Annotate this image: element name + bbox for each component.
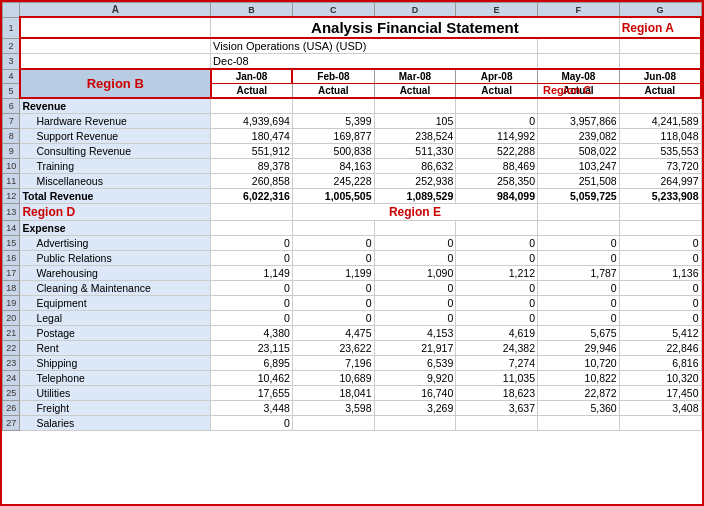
table-row: 20 Legal 0 0 0 0 0 0: [3, 311, 702, 326]
table-row: 10 Training 89,378 84,163 86,632 88,469 …: [3, 159, 702, 174]
expense-label: Expense: [20, 221, 211, 236]
month-may-label: May-08: [537, 69, 619, 84]
total-revenue-row: 12 Total Revenue 6,022,316 1,005,505 1,0…: [3, 189, 702, 204]
rent-label: Rent: [20, 341, 211, 356]
table-row: 19 Equipment 0 0 0 0 0 0: [3, 296, 702, 311]
region-d-label: Region D: [22, 205, 75, 219]
title-end: Region A: [619, 17, 701, 38]
table-row: 8 Support Revenue 180,474 169,877 238,52…: [3, 129, 702, 144]
col-header-f: F: [537, 3, 619, 18]
public-relations-label: Public Relations: [20, 251, 211, 266]
region-b-label: Region B: [20, 69, 211, 98]
table-row: 26 Freight 3,448 3,598 3,269 3,637 5,360…: [3, 401, 702, 416]
hw-mar: 105: [374, 114, 456, 129]
freight-label: Freight: [20, 401, 211, 416]
telephone-label: Telephone: [20, 371, 211, 386]
month-jun-label: Jun-08: [619, 69, 701, 84]
table-row: 9 Consulting Revenue 551,912 500,838 511…: [3, 144, 702, 159]
subtitle1-cell: Vision Operations (USA) (USD): [211, 38, 538, 54]
hw-may: 3,957,866: [537, 114, 619, 129]
actual-apr: Actual: [456, 84, 538, 99]
table-row: 24 Telephone 10,462 10,689 9,920 11,035 …: [3, 371, 702, 386]
salaries-label: Salaries: [20, 416, 211, 431]
table-row: 15 Advertising 0 0 0 0 0 0: [3, 236, 702, 251]
date-row: 3 Dec-08: [3, 54, 702, 70]
subtitle2-cell: Dec-08: [211, 54, 538, 70]
warehousing-label: Warehousing: [20, 266, 211, 281]
table-row: 21 Postage 4,380 4,475 4,153 4,619 5,675…: [3, 326, 702, 341]
col-header-d: D: [374, 3, 456, 18]
revenue-section-row: 6 Revenue: [3, 98, 702, 114]
main-container: A B C D E F G 1 Analysis Financial State…: [0, 0, 704, 506]
actual-jan: Actual: [211, 84, 293, 99]
utilities-label: Utilities: [20, 386, 211, 401]
table-row: 25 Utilities 17,655 18,041 16,740 18,623…: [3, 386, 702, 401]
month-feb-label: Feb-08: [292, 69, 374, 84]
col-header-c: C: [292, 3, 374, 18]
region-a-label: Region A: [622, 21, 674, 35]
hw-apr: 0: [456, 114, 538, 129]
table-row: 11 Miscellaneous 260,858 245,228 252,938…: [3, 174, 702, 189]
hw-feb: 5,399: [292, 114, 374, 129]
subtitle-spacer: [20, 38, 211, 54]
row-num-2: 2: [3, 38, 20, 54]
actual-jun: Actual: [619, 84, 701, 99]
table-row: 17 Warehousing 1,149 1,199 1,090 1,212 1…: [3, 266, 702, 281]
table-row: 27 Salaries 0: [3, 416, 702, 431]
table-row: 22 Rent 23,115 23,622 21,917 24,382 29,9…: [3, 341, 702, 356]
row-num-6: 6: [3, 98, 20, 114]
col-header-a: A: [20, 3, 211, 18]
postage-label: Postage: [20, 326, 211, 341]
hw-jan: 4,939,694: [211, 114, 293, 129]
equipment-label: Equipment: [20, 296, 211, 311]
shipping-label: Shipping: [20, 356, 211, 371]
col-header-b: B: [211, 3, 293, 18]
col-header-row: A B C D E F G: [3, 3, 702, 18]
table-row: 7 Hardware Revenue 4,939,694 5,399 105 0…: [3, 114, 702, 129]
row-num-4: 4: [3, 69, 20, 84]
month-mar-label: Mar-08: [374, 69, 456, 84]
advertising-label: Advertising: [20, 236, 211, 251]
legal-label: Legal: [20, 311, 211, 326]
actual-feb: Actual: [292, 84, 374, 99]
col-header-g: G: [619, 3, 701, 18]
consulting-revenue-label: Consulting Revenue: [20, 144, 211, 159]
region-d-row: 13 Region D Region E: [3, 204, 702, 221]
hw-revenue-label: Hardware Revenue: [20, 114, 211, 129]
actual-mar: Actual: [374, 84, 456, 99]
corner-cell: [3, 3, 20, 18]
title-row: 1 Analysis Financial Statement Region A: [3, 17, 702, 38]
row-num-3: 3: [3, 54, 20, 70]
total-revenue-label: Total Revenue: [20, 189, 211, 204]
month-apr-label: Apr-08: [456, 69, 538, 84]
hw-jun: 4,241,589: [619, 114, 701, 129]
spreadsheet-table: A B C D E F G 1 Analysis Financial State…: [2, 2, 702, 431]
expense-section-row: 14 Expense: [3, 221, 702, 236]
miscellaneous-label: Miscellaneous: [20, 174, 211, 189]
main-title: Analysis Financial Statement: [211, 17, 620, 38]
table-row: 23 Shipping 6,895 7,196 6,539 7,274 10,7…: [3, 356, 702, 371]
subtitle-row: 2 Vision Operations (USA) (USD): [3, 38, 702, 54]
actual-may: Actual Region C: [537, 84, 619, 99]
revenue-label: Revenue: [20, 98, 211, 114]
table-row: 18 Cleaning & Maintenance 0 0 0 0 0 0: [3, 281, 702, 296]
col-header-e: E: [456, 3, 538, 18]
support-revenue-label: Support Revenue: [20, 129, 211, 144]
title-empty: [20, 17, 211, 38]
table-row: 16 Public Relations 0 0 0 0 0 0: [3, 251, 702, 266]
month-jan-label: Jan-08: [211, 69, 293, 84]
cleaning-label: Cleaning & Maintenance: [20, 281, 211, 296]
training-label: Training: [20, 159, 211, 174]
row-num-1: 1: [3, 17, 20, 38]
row-num-5: 5: [3, 84, 20, 99]
region-bc-row: 4 Region B Jan-08 Feb-08 Mar-08 Apr-08 M…: [3, 69, 702, 84]
region-c-label: Region C: [543, 84, 591, 96]
region-e-label: Region E: [389, 205, 441, 219]
